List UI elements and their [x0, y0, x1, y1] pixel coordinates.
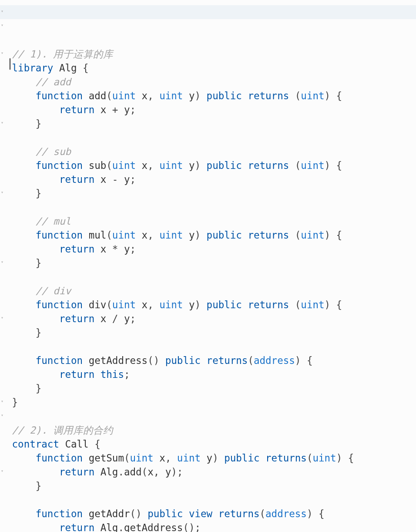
token-ident: x	[101, 243, 107, 255]
token-keyword: contract	[12, 438, 59, 450]
token-ident: getAddress	[124, 522, 183, 532]
token-punct	[106, 313, 112, 324]
token-ident: y	[124, 313, 130, 324]
token-punct	[106, 104, 112, 115]
fold-marker-icon[interactable]	[1, 395, 4, 409]
token-punct	[201, 355, 207, 366]
token-keyword: public	[207, 160, 242, 171]
token-ident: x	[142, 229, 148, 241]
token-punct	[183, 160, 189, 171]
token-op: *	[112, 243, 118, 255]
token-punct: }	[36, 188, 42, 199]
fold-marker-icon[interactable]	[1, 312, 4, 326]
token-keyword: return	[59, 174, 94, 185]
token-punct: ()	[148, 355, 165, 366]
token-ident: x	[142, 299, 148, 310]
token-op: -	[112, 174, 118, 185]
token-punct	[53, 62, 59, 74]
code-content: // 1). 用于运算的库 library Alg { // add funct…	[6, 47, 416, 532]
token-punct	[136, 160, 142, 171]
token-punct: ()	[130, 508, 148, 519]
token-punct: (	[248, 355, 254, 366]
token-punct: );	[171, 466, 183, 478]
token-keyword: public	[207, 90, 242, 101]
token-type: uint	[301, 299, 324, 310]
token-punct: ) {	[295, 355, 313, 366]
token-ident: Alg	[101, 522, 118, 532]
fold-marker-icon[interactable]	[1, 19, 4, 33]
token-type: uint	[112, 160, 136, 171]
token-punct: ,	[148, 299, 159, 310]
token-punct	[242, 299, 248, 310]
fold-marker-icon[interactable]	[1, 186, 4, 200]
token-ident: div	[89, 299, 107, 310]
token-punct: (	[289, 299, 301, 310]
token-punct	[83, 229, 89, 241]
token-punct	[83, 508, 89, 519]
token-type: uint	[301, 90, 324, 101]
fold-marker-icon[interactable]	[1, 5, 4, 19]
token-ident: x	[148, 466, 154, 478]
fold-marker-icon[interactable]	[1, 409, 4, 423]
token-ident: getAddress	[89, 355, 148, 366]
token-ident: y	[207, 452, 213, 464]
token-ident: x	[101, 104, 107, 115]
token-keyword: returns	[265, 452, 307, 464]
token-punct: ;	[130, 104, 136, 115]
token-ident: y	[124, 243, 130, 255]
fold-marker-icon[interactable]	[1, 465, 4, 479]
token-punct: .	[118, 522, 124, 532]
token-type: uint	[301, 229, 324, 241]
token-ident: y	[124, 104, 130, 115]
token-punct: ,	[154, 466, 165, 478]
token-punct: }	[36, 480, 42, 492]
token-punct: ;	[130, 174, 136, 185]
token-punct	[136, 299, 142, 310]
token-punct: {	[89, 438, 101, 450]
token-keyword: function	[36, 508, 83, 519]
token-type: uint	[112, 299, 136, 310]
token-punct: (	[289, 229, 301, 241]
token-comment: // 2). 调用库的合约	[12, 424, 114, 436]
token-punct: }	[12, 397, 18, 408]
token-op: /	[112, 313, 118, 324]
token-punct	[242, 229, 248, 241]
token-keyword: return	[59, 522, 94, 532]
fold-marker-icon[interactable]	[1, 47, 4, 61]
token-punct	[201, 452, 207, 464]
token-punct: ;	[124, 369, 130, 380]
token-keyword: public	[224, 452, 259, 464]
token-punct: }	[36, 327, 42, 338]
token-punct	[154, 452, 160, 464]
token-punct	[94, 174, 101, 185]
token-punct: ,	[148, 229, 159, 241]
token-ident: x	[159, 452, 165, 464]
token-punct: ) {	[325, 229, 342, 241]
token-ident: add	[89, 90, 107, 101]
token-punct: )	[195, 160, 207, 171]
fold-marker-icon[interactable]	[1, 117, 4, 131]
token-punct: ) {	[336, 452, 354, 464]
token-punct	[94, 313, 101, 324]
token-keyword: function	[36, 229, 83, 241]
token-ident: x	[142, 90, 148, 101]
token-keyword: public	[148, 508, 183, 519]
token-ident: y	[165, 466, 171, 478]
token-keyword: returns	[248, 160, 289, 171]
code-editor[interactable]: // 1). 用于运算的库 library Alg { // add funct…	[0, 0, 416, 532]
token-type: address	[254, 355, 295, 366]
token-punct	[183, 90, 189, 101]
token-keyword: function	[36, 299, 83, 310]
token-type: uint	[177, 452, 201, 464]
token-keyword: return	[59, 466, 94, 478]
token-keyword: return	[59, 313, 94, 324]
token-punct	[212, 508, 218, 519]
token-keyword: return	[59, 104, 94, 115]
token-punct	[94, 466, 101, 478]
token-punct	[242, 160, 248, 171]
token-punct	[183, 299, 189, 310]
token-punct	[106, 174, 112, 185]
token-ident: y	[189, 160, 195, 171]
fold-marker-icon[interactable]	[1, 256, 4, 270]
token-ident: Call	[65, 438, 88, 450]
